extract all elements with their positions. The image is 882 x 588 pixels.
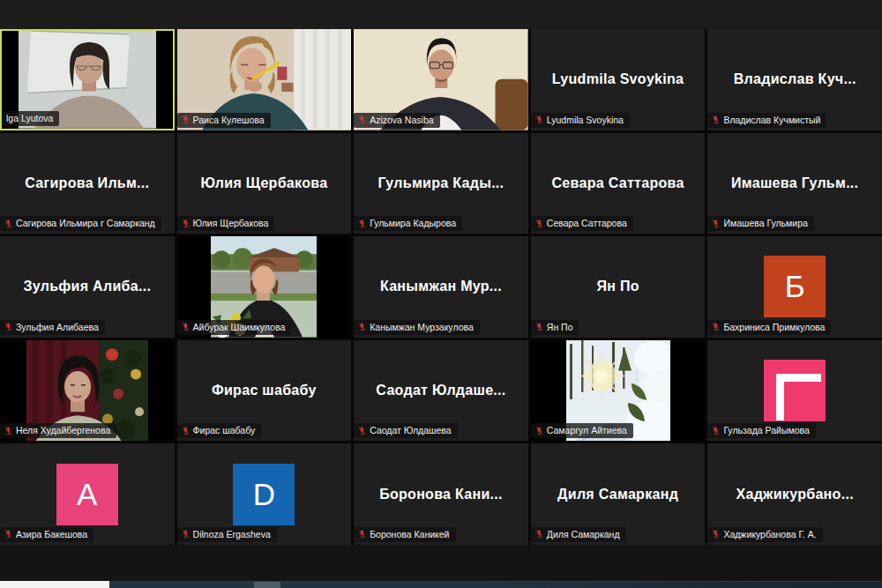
participant-tile[interactable]: Неля Худайбергенова: [0, 340, 175, 442]
mic-muted-icon: [358, 115, 366, 124]
mic-muted-icon: [535, 219, 543, 228]
participant-name-tag: Lyudmila Svoykina: [531, 113, 630, 128]
participant-tile[interactable]: А Азира Бакешова: [0, 443, 175, 545]
participant-name-label: Сагирова Ильмира г Самарканд: [16, 218, 155, 228]
participant-tile[interactable]: Ян По Ян По: [531, 236, 706, 338]
participant-name-tag: Саодат Юлдашева: [354, 423, 457, 438]
participant-name-tag: Айбурак Шаимкулова: [177, 320, 292, 335]
participant-name-label: Гульзада Райымова: [723, 425, 809, 435]
participant-name-label: Гульмира Кадырова: [370, 218, 456, 228]
mic-muted-icon: [182, 322, 190, 331]
participant-name-tag: Хаджикурбанова Г. А.: [707, 527, 822, 542]
mic-muted-icon: [535, 529, 543, 539]
mic-muted-icon: [712, 219, 720, 228]
avatar: А: [56, 464, 118, 525]
participant-name-tag: Юлия Щербакова: [177, 216, 275, 231]
participant-tile[interactable]: Канымжан Мур... Канымжан Мурзакулова: [354, 236, 528, 338]
mic-muted-icon: [182, 529, 190, 539]
participant-name-label: Диля Самарканд: [547, 529, 620, 540]
participant-name-label: Юлия Щербакова: [193, 218, 269, 228]
participant-tile[interactable]: Владислав Куч... Владислав Кучмистый: [707, 29, 882, 130]
participant-name-tag: Бахриниса Примкулова: [707, 320, 831, 335]
participant-tile[interactable]: Фирас шабабу Фирас шабабу: [177, 340, 352, 442]
taskbar[interactable]: [0, 581, 882, 588]
participant-name-tag: Раиса Кулешова: [177, 113, 271, 128]
participant-name-tag: Диля Самарканд: [531, 527, 626, 542]
participant-name-label: Азира Бакешова: [16, 529, 87, 540]
participant-name-label: Azizova Nasiba: [370, 115, 433, 125]
participant-name-label: Канымжан Мурзакулова: [370, 322, 474, 332]
participant-name-tag: Azizova Nasiba: [354, 113, 439, 128]
participant-name-label: Фирас шабабу: [193, 425, 256, 435]
participant-name-tag: Гульзада Райымова: [707, 423, 815, 438]
mic-muted-icon: [182, 219, 190, 228]
mic-muted-icon: [535, 426, 543, 435]
mic-muted-icon: [358, 426, 366, 435]
mic-muted-icon: [4, 322, 12, 331]
mic-muted-icon: [358, 529, 366, 539]
participant-tile[interactable]: Диля Самарканд Диля Самарканд: [531, 443, 706, 545]
participant-tile[interactable]: D Dilnoza Ergasheva: [177, 443, 352, 545]
participant-name-label: Боронова Каникей: [370, 529, 449, 540]
participant-tile[interactable]: Гульзада Райымова: [707, 340, 882, 442]
mic-muted-icon: [712, 529, 720, 539]
participant-tile[interactable]: Lyudmila Svoykina Lyudmila Svoykina: [531, 29, 706, 130]
avatar: D: [233, 464, 295, 525]
mic-muted-icon: [4, 529, 12, 539]
participant-name-tag: Боронова Каникей: [354, 527, 455, 542]
avatar: [764, 360, 826, 421]
participant-tile[interactable]: Azizova Nasiba: [354, 29, 528, 130]
avatar-letter: Б: [785, 269, 805, 304]
participant-tile[interactable]: Боронова Кани... Боронова Каникей: [354, 443, 528, 545]
participant-name-label: Имашева Гульмира: [723, 218, 807, 228]
participant-name-tag: Азира Бакешова: [0, 527, 93, 542]
participant-tile[interactable]: Раиса Кулешова: [177, 29, 352, 130]
participant-name-label: Неля Худайбергенова: [16, 425, 110, 435]
participant-name-tag: Ян По: [531, 320, 579, 335]
participant-name-label: Севара Саттарова: [547, 218, 627, 228]
participant-name-tag: Канымжан Мурзакулова: [354, 320, 480, 335]
avatar-letter: D: [253, 477, 275, 512]
participant-name-label: Зульфия Алибаева: [16, 322, 99, 332]
participant-name-label: Lyudmila Svoykina: [547, 115, 624, 125]
avatar: Б: [764, 256, 826, 317]
mic-muted-icon: [712, 426, 720, 435]
participant-tile[interactable]: Б Бахриниса Примкулова: [707, 236, 882, 338]
participant-name-tag: Сагирова Ильмира г Самарканд: [0, 216, 161, 231]
participant-name-tag: Имашева Гульмира: [707, 216, 813, 231]
mic-muted-icon: [4, 426, 12, 435]
participant-tile[interactable]: Хаджикурбано... Хаджикурбанова Г. А.: [707, 443, 882, 545]
participant-name-tag: Севара Саттарова: [531, 216, 633, 231]
participant-name-label: lga Lyutova: [6, 113, 53, 123]
meeting-window: lga Lyutova Раиса Кулешова Azizova Nasib…: [0, 0, 882, 588]
mic-muted-icon: [4, 219, 12, 228]
participant-name-label: Саодат Юлдашева: [370, 425, 451, 435]
participant-tile[interactable]: lga Lyutova: [0, 29, 175, 130]
taskbar-highlight-segment[interactable]: [254, 582, 280, 588]
participant-tile[interactable]: Юлия Щербакова Юлия Щербакова: [177, 133, 352, 234]
participant-name-tag: lga Lyutova: [2, 111, 59, 126]
participant-name-tag: Зульфия Алибаева: [0, 320, 105, 335]
participant-name-label: Самаргул Айтиева: [547, 425, 627, 435]
mic-muted-icon: [712, 322, 720, 331]
avatar-letter-glyph: [776, 374, 821, 421]
participant-tile[interactable]: Саодат Юлдаше... Саодат Юлдашева: [354, 340, 528, 442]
participant-tile[interactable]: Самаргул Айтиева: [531, 340, 706, 442]
participant-tile[interactable]: Севара Саттарова Севара Саттарова: [531, 133, 706, 234]
participant-tile[interactable]: Гульмира Кады... Гульмира Кадырова: [354, 133, 528, 234]
participant-name-label: Раиса Кулешова: [193, 115, 265, 125]
participant-tile[interactable]: Зульфия Алиба... Зульфия Алибаева: [0, 236, 175, 338]
mic-muted-icon: [535, 115, 543, 124]
mic-muted-icon: [358, 219, 366, 228]
participant-tile[interactable]: Имашева Гульм... Имашева Гульмира: [707, 133, 882, 234]
participant-name-label: Хаджикурбанова Г. А.: [723, 529, 816, 540]
participant-name-label: Айбурак Шаимкулова: [193, 322, 286, 332]
taskbar-active-app-segment[interactable]: [0, 581, 109, 588]
participant-name-label: Бахриниса Примкулова: [723, 322, 825, 332]
participants-grid: lga Lyutova Раиса Кулешова Azizova Nasib…: [0, 29, 882, 545]
avatar-letter: А: [77, 477, 97, 512]
participant-name-tag: Dilnoza Ergasheva: [177, 527, 277, 542]
participant-tile[interactable]: Сагирова Ильм... Сагирова Ильмира г Сама…: [0, 133, 175, 234]
participant-name-tag: Гульмира Кадырова: [354, 216, 462, 231]
participant-tile[interactable]: Айбурак Шаимкулова: [177, 236, 352, 338]
